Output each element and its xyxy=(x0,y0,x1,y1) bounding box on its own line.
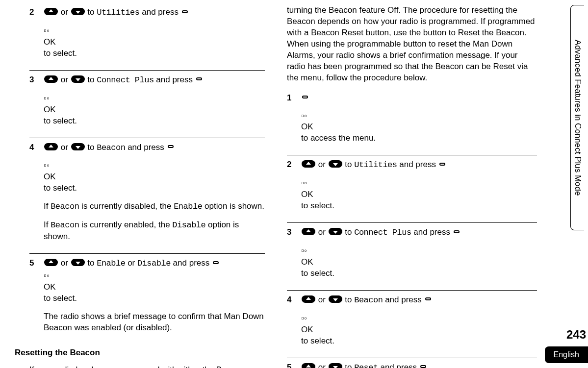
step-3-left: 3 or to Connect Plus and press ▫◦OK to s… xyxy=(29,73,265,134)
up-arrow-icon xyxy=(302,228,315,235)
chapter-tab: Advanced Features in Connect Plus Mode xyxy=(570,5,584,230)
step-num: 4 xyxy=(29,142,36,250)
step-num: 1 xyxy=(287,93,294,151)
ok-icon xyxy=(439,163,445,166)
ok-icon xyxy=(425,297,431,300)
step-body: ▫◦OK to access the menu. xyxy=(301,93,537,151)
ok-icon xyxy=(302,96,308,98)
ok-icon xyxy=(454,230,460,233)
step-num: 5 xyxy=(29,258,36,341)
separator xyxy=(287,222,537,223)
separator xyxy=(287,358,537,358)
step-num: 3 xyxy=(287,227,294,286)
separator xyxy=(29,70,265,71)
step-body: or to Beacon and press ▫◦OK to select. I… xyxy=(44,142,265,250)
down-arrow-icon xyxy=(71,75,85,83)
section-heading: Resetting the Beacon xyxy=(15,347,265,359)
down-arrow-icon xyxy=(71,259,85,266)
step-num: 2 xyxy=(29,7,36,66)
down-arrow-icon xyxy=(329,160,342,168)
step-num: 3 xyxy=(29,74,36,134)
language-tab: English xyxy=(545,346,588,363)
down-arrow-icon xyxy=(329,228,342,235)
ok-icon xyxy=(196,77,202,80)
step-4-left: 4 or to Beacon and press ▫◦OK to select.… xyxy=(29,140,265,250)
step-1-right: 1 ▫◦OK to access the menu. xyxy=(287,91,537,151)
step-num: 2 xyxy=(287,159,294,219)
separator xyxy=(29,253,265,254)
separator xyxy=(287,290,537,291)
up-arrow-icon xyxy=(44,143,58,150)
up-arrow-icon xyxy=(302,295,315,303)
intro-paragraph: If your radio has been programmed with e… xyxy=(29,365,265,368)
step-body: or to Utilities and press ▫◦OK to select… xyxy=(301,159,537,219)
up-arrow-icon xyxy=(44,75,58,83)
step-5-left: 5 or to Enable or Disable and press ▫◦OK… xyxy=(29,256,265,341)
step-3-right: 3 or to Connect Plus and press ▫◦OK to s… xyxy=(287,225,537,286)
ok-icon xyxy=(213,261,219,264)
separator xyxy=(29,138,265,138)
step-body: or to Connect Plus and press ▫◦OK to sel… xyxy=(44,74,265,134)
step-num: 4 xyxy=(287,294,294,354)
ok-icon xyxy=(168,145,174,148)
up-arrow-icon xyxy=(44,8,58,15)
step-body: or to Beacon and press ▫◦OK to select. xyxy=(301,294,537,354)
ok-icon xyxy=(182,10,188,13)
up-arrow-icon xyxy=(302,363,315,368)
down-arrow-icon xyxy=(71,8,85,15)
step-result: The radio shows a brief message to confi… xyxy=(44,311,265,334)
up-arrow-icon xyxy=(44,259,58,266)
step-num: 5 xyxy=(287,362,294,368)
down-arrow-icon xyxy=(71,143,85,150)
up-arrow-icon xyxy=(302,160,315,168)
page-number: 243 xyxy=(566,327,586,343)
intro-paragraph-cont: turning the Beacon feature Off. The proc… xyxy=(287,5,537,84)
step-5-right: 5 or to Reset and press ▫◦OK to select. … xyxy=(287,360,537,368)
down-arrow-icon xyxy=(329,363,342,368)
ok-icon xyxy=(420,365,426,368)
step-body: or to Connect Plus and press ▫◦OK to sel… xyxy=(301,227,537,286)
step-4-right: 4 or to Beacon and press ▫◦OK to select. xyxy=(287,293,537,354)
separator xyxy=(287,155,537,155)
step-body: or to Utilities and press ▫◦OK to select… xyxy=(44,7,265,66)
down-arrow-icon xyxy=(329,295,342,303)
step-body: or to Reset and press ▫◦OK to select. Th… xyxy=(301,362,537,368)
step-body: or to Enable or Disable and press ▫◦OK t… xyxy=(44,258,265,341)
step-2-right: 2 or to Utilities and press ▫◦OK to sele… xyxy=(287,157,537,219)
step-2-left: 2 or to Utilities and press ▫◦OK to sele… xyxy=(29,5,265,66)
